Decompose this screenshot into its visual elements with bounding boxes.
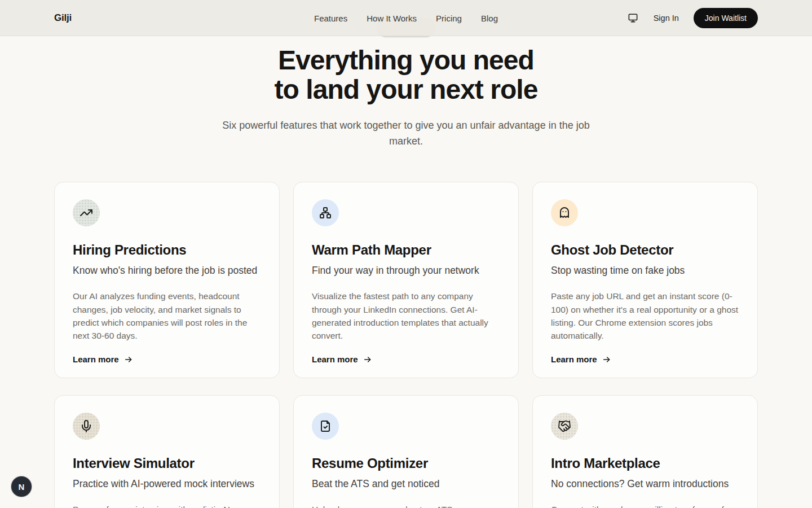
feature-description: Our AI analyzes funding events, headcoun… [73, 290, 261, 342]
features-grid: Hiring Predictions Know who's hiring bef… [54, 182, 758, 508]
feature-tagline: Know who's hiring before the job is post… [73, 265, 261, 277]
feature-card-resume-optimizer: Resume Optimizer Beat the ATS and get no… [293, 395, 519, 508]
brand-logo[interactable]: Gilji [54, 12, 72, 24]
feature-tagline: No connections? Get warm introductions [551, 478, 739, 490]
feature-title: Ghost Job Detector [551, 242, 739, 258]
feature-tagline: Find your way in through your network [312, 265, 500, 277]
feature-card-hiring-predictions: Hiring Predictions Know who's hiring bef… [54, 182, 280, 378]
feature-title: Warm Path Mapper [312, 242, 500, 258]
hero-section: Everything you need to land your next ro… [0, 46, 812, 150]
feature-card-ghost-job-detector: Ghost Job Detector Stop wasting time on … [532, 182, 758, 378]
feature-title: Intro Marketplace [551, 456, 739, 471]
top-nav: Gilji Features How It Works Pricing Blog… [0, 0, 812, 36]
hero-subtitle: Six powerful features that work together… [209, 117, 603, 150]
learn-more-link[interactable]: Learn more [73, 354, 133, 364]
feature-description: Connect with employees willing to refer … [551, 503, 739, 508]
dev-tools-badge[interactable]: N [11, 476, 32, 497]
arrow-right-icon [363, 355, 372, 364]
sign-in-link[interactable]: Sign In [654, 14, 679, 23]
feature-title: Hiring Predictions [73, 242, 261, 258]
feature-tagline: Beat the ATS and get noticed [312, 478, 500, 490]
feature-title: Resume Optimizer [312, 456, 500, 471]
feature-card-intro-marketplace: Intro Marketplace No connections? Get wa… [532, 395, 758, 508]
feature-description: Upload your resume and get an ATS compat… [312, 503, 500, 508]
feature-description: Visualize the fastest path to any compan… [312, 290, 500, 342]
monitor-icon[interactable] [628, 12, 639, 24]
network-icon [312, 199, 339, 226]
feature-tagline: Stop wasting time on fake jobs [551, 265, 739, 277]
feature-description: Prepare for any interview with realistic… [73, 503, 261, 508]
microphone-icon [73, 413, 100, 440]
nav-link-how-it-works[interactable]: How It Works [367, 14, 417, 23]
trending-up-icon [73, 199, 100, 226]
arrow-right-icon [602, 355, 611, 364]
learn-more-link[interactable]: Learn more [312, 354, 372, 364]
feature-card-warm-path-mapper: Warm Path Mapper Find your way in throug… [293, 182, 519, 378]
handshake-icon [551, 413, 578, 440]
feature-description: Paste any job URL and get an instant sco… [551, 290, 739, 342]
join-waitlist-button[interactable]: Join Waitlist [694, 8, 758, 28]
nav-link-pricing[interactable]: Pricing [436, 14, 462, 23]
nav-link-features[interactable]: Features [314, 14, 347, 23]
ghost-icon [551, 199, 578, 226]
feature-card-interview-simulator: Interview Simulator Practice with AI-pow… [54, 395, 280, 508]
header-actions: Sign In Join Waitlist [628, 8, 758, 28]
hero-title-line1: Everything you need [278, 45, 534, 75]
file-check-icon [312, 413, 339, 440]
feature-title: Interview Simulator [73, 456, 261, 471]
main-nav: Features How It Works Pricing Blog [314, 0, 498, 36]
hero-title-line2: to land your next role [275, 75, 538, 104]
nav-link-blog[interactable]: Blog [481, 14, 498, 23]
arrow-right-icon [124, 355, 133, 364]
hero-title: Everything you need to land your next ro… [0, 46, 812, 104]
learn-more-link[interactable]: Learn more [551, 354, 611, 364]
feature-tagline: Practice with AI-powered mock interviews [73, 478, 261, 490]
